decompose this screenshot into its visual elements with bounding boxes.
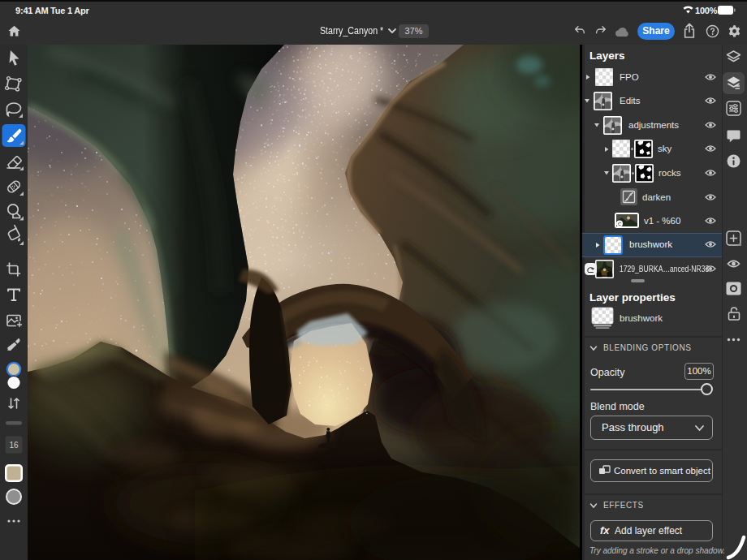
svg-text:16: 16 [9,441,19,450]
